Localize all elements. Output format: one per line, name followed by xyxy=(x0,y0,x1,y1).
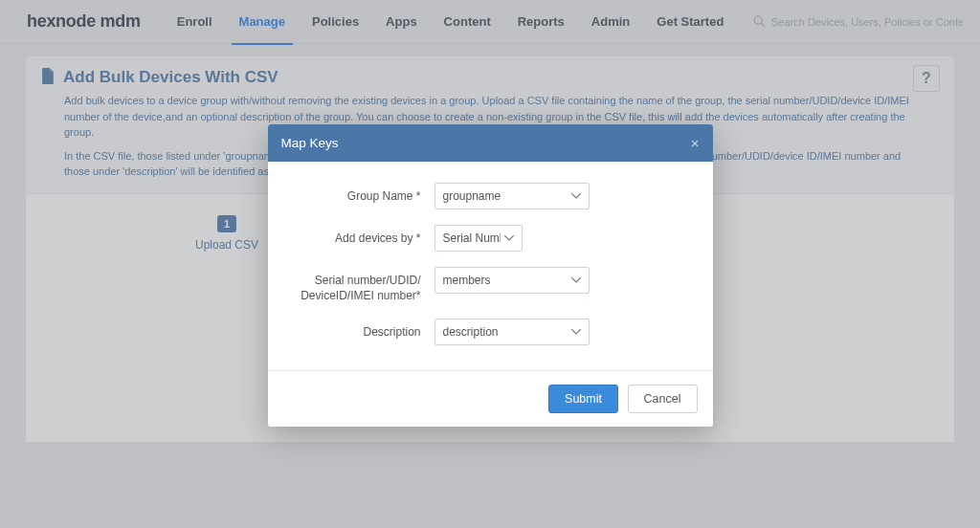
map-keys-modal: Map Keys × Group Name * groupname Add de… xyxy=(268,124,713,427)
label-description: Description xyxy=(291,319,434,340)
label-serial-number: Serial number/UDID/ DeviceID/IMEI number… xyxy=(291,267,434,303)
select-group-name[interactable]: groupname xyxy=(434,183,590,209)
cancel-button[interactable]: Cancel xyxy=(628,385,698,413)
label-add-devices-by: Add devices by * xyxy=(291,225,434,246)
modal-body: Group Name * groupname Add devices by * … xyxy=(268,162,713,370)
select-add-devices-by[interactable]: Serial Number xyxy=(434,225,523,252)
close-icon[interactable]: × xyxy=(691,135,700,151)
select-serial-number[interactable]: members xyxy=(434,267,590,294)
modal-title: Map Keys xyxy=(281,136,339,150)
label-group-name: Group Name * xyxy=(291,183,434,204)
submit-button[interactable]: Submit xyxy=(548,385,618,413)
modal-footer: Submit Cancel xyxy=(268,370,713,427)
select-description[interactable]: description xyxy=(434,319,590,345)
modal-overlay: Map Keys × Group Name * groupname Add de… xyxy=(0,0,980,528)
modal-header: Map Keys × xyxy=(268,124,713,162)
